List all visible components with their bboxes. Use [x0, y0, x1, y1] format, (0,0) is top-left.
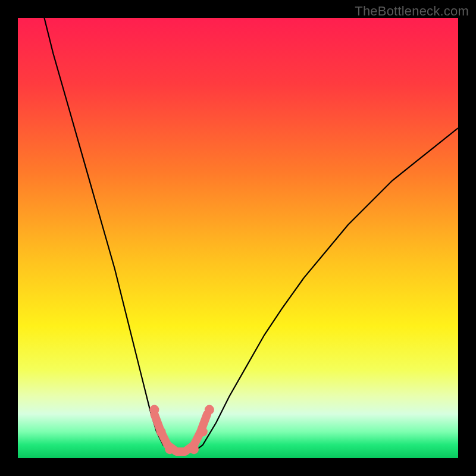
marker-dot	[189, 444, 199, 454]
marker-dot	[205, 405, 214, 415]
curve-layer	[18, 18, 458, 458]
chart-frame: TheBottleneck.com	[0, 0, 476, 476]
plot-area	[18, 18, 458, 458]
marker-dot	[156, 427, 166, 437]
marker-dot	[198, 427, 208, 437]
series-right-curve	[194, 128, 458, 452]
watermark-text: TheBottleneck.com	[355, 4, 469, 19]
series-left-curve	[44, 18, 170, 452]
marker-dot	[165, 444, 174, 454]
marker-dot	[149, 405, 159, 415]
